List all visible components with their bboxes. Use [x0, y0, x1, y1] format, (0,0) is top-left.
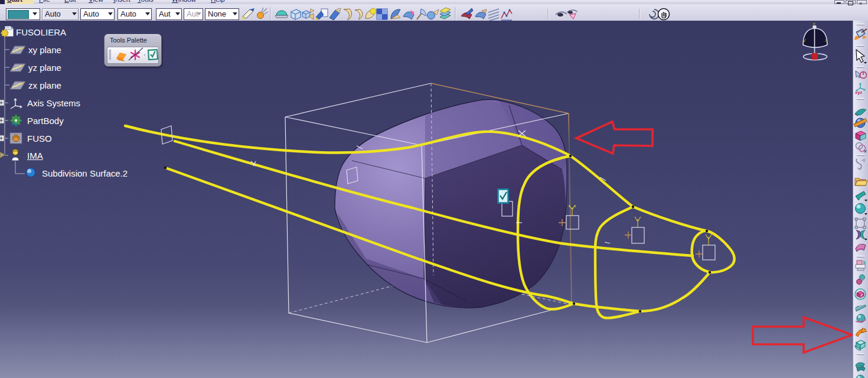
- svg-text:x: x: [824, 37, 828, 43]
- svg-text:xyz: xyz: [855, 90, 862, 95]
- svg-text:y: y: [802, 37, 806, 43]
- svg-text:z: z: [812, 21, 815, 27]
